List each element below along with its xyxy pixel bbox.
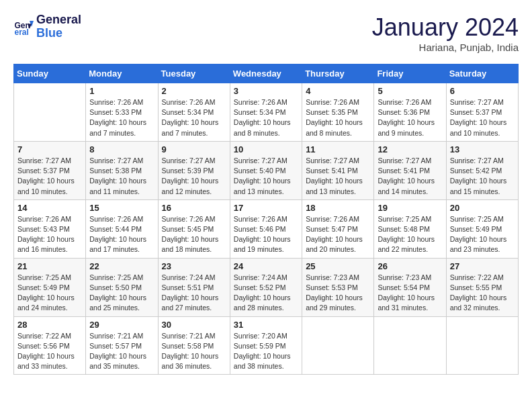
day-info: Sunrise: 7:26 AM Sunset: 5:34 PM Dayligh… — [162, 97, 226, 138]
day-number: 23 — [162, 261, 226, 271]
weekday-header-tuesday: Tuesday — [158, 64, 230, 83]
weekday-header-row: SundayMondayTuesdayWednesdayThursdayFrid… — [14, 64, 519, 83]
day-info: Sunrise: 7:27 AM Sunset: 5:41 PM Dayligh… — [378, 156, 442, 197]
day-number: 11 — [306, 144, 370, 154]
calendar-day-13: 13Sunrise: 7:27 AM Sunset: 5:42 PM Dayli… — [446, 141, 518, 199]
day-info: Sunrise: 7:21 AM Sunset: 5:58 PM Dayligh… — [162, 331, 226, 372]
calendar-empty-cell — [374, 316, 446, 375]
weekday-header-thursday: Thursday — [302, 64, 374, 83]
calendar-day-5: 5Sunrise: 7:26 AM Sunset: 5:36 PM Daylig… — [374, 83, 446, 142]
day-number: 10 — [234, 144, 298, 154]
calendar-day-30: 30Sunrise: 7:21 AM Sunset: 5:58 PM Dayli… — [158, 316, 230, 375]
day-number: 24 — [234, 261, 298, 271]
day-number: 8 — [89, 144, 154, 154]
day-number: 2 — [162, 86, 226, 96]
calendar-day-8: 8Sunrise: 7:27 AM Sunset: 5:38 PM Daylig… — [86, 141, 158, 199]
logo-text: General Blue — [36, 13, 81, 40]
day-number: 22 — [89, 261, 154, 271]
calendar-day-14: 14Sunrise: 7:26 AM Sunset: 5:43 PM Dayli… — [14, 199, 86, 258]
calendar-day-25: 25Sunrise: 7:23 AM Sunset: 5:53 PM Dayli… — [302, 258, 374, 316]
day-info: Sunrise: 7:27 AM Sunset: 5:37 PM Dayligh… — [450, 97, 515, 138]
calendar-day-9: 9Sunrise: 7:27 AM Sunset: 5:39 PM Daylig… — [158, 141, 230, 199]
day-number: 31 — [234, 320, 298, 330]
location: Hariana, Punjab, India — [372, 42, 519, 53]
day-info: Sunrise: 7:27 AM Sunset: 5:39 PM Dayligh… — [162, 156, 226, 197]
day-info: Sunrise: 7:27 AM Sunset: 5:40 PM Dayligh… — [234, 156, 298, 197]
day-info: Sunrise: 7:20 AM Sunset: 5:59 PM Dayligh… — [234, 331, 298, 372]
calendar-empty-cell — [446, 316, 518, 375]
weekday-header-wednesday: Wednesday — [230, 64, 302, 83]
calendar-day-29: 29Sunrise: 7:21 AM Sunset: 5:57 PM Dayli… — [86, 316, 158, 375]
svg-text:eral: eral — [15, 28, 29, 37]
day-number: 12 — [378, 144, 442, 154]
day-number: 28 — [17, 320, 82, 330]
calendar-day-21: 21Sunrise: 7:25 AM Sunset: 5:49 PM Dayli… — [14, 258, 86, 316]
day-info: Sunrise: 7:26 AM Sunset: 5:43 PM Dayligh… — [17, 214, 82, 255]
calendar-day-16: 16Sunrise: 7:26 AM Sunset: 5:45 PM Dayli… — [158, 199, 230, 258]
day-number: 21 — [17, 261, 82, 271]
calendar-day-27: 27Sunrise: 7:22 AM Sunset: 5:55 PM Dayli… — [446, 258, 518, 316]
day-number: 14 — [17, 203, 82, 213]
day-number: 19 — [378, 203, 442, 213]
day-number: 20 — [450, 203, 515, 213]
day-info: Sunrise: 7:27 AM Sunset: 5:38 PM Dayligh… — [89, 156, 154, 197]
day-number: 17 — [234, 203, 298, 213]
day-info: Sunrise: 7:25 AM Sunset: 5:48 PM Dayligh… — [378, 214, 442, 255]
calendar-empty-cell — [302, 316, 374, 375]
calendar-week-row: 7Sunrise: 7:27 AM Sunset: 5:37 PM Daylig… — [14, 141, 519, 199]
day-number: 30 — [162, 320, 226, 330]
calendar-week-row: 28Sunrise: 7:22 AM Sunset: 5:56 PM Dayli… — [14, 316, 519, 375]
day-info: Sunrise: 7:25 AM Sunset: 5:49 PM Dayligh… — [17, 273, 82, 314]
day-number: 27 — [450, 261, 515, 271]
calendar-day-11: 11Sunrise: 7:27 AM Sunset: 5:41 PM Dayli… — [302, 141, 374, 199]
calendar-day-12: 12Sunrise: 7:27 AM Sunset: 5:41 PM Dayli… — [374, 141, 446, 199]
calendar-table: SundayMondayTuesdayWednesdayThursdayFrid… — [13, 64, 519, 375]
calendar-day-7: 7Sunrise: 7:27 AM Sunset: 5:37 PM Daylig… — [14, 141, 86, 199]
day-number: 15 — [89, 203, 154, 213]
calendar-empty-cell — [14, 83, 86, 142]
day-number: 9 — [162, 144, 226, 154]
calendar-day-18: 18Sunrise: 7:26 AM Sunset: 5:47 PM Dayli… — [302, 199, 374, 258]
day-info: Sunrise: 7:26 AM Sunset: 5:34 PM Dayligh… — [234, 97, 298, 138]
day-info: Sunrise: 7:25 AM Sunset: 5:49 PM Dayligh… — [450, 214, 515, 255]
day-info: Sunrise: 7:22 AM Sunset: 5:55 PM Dayligh… — [450, 273, 515, 314]
day-number: 7 — [17, 144, 82, 154]
day-info: Sunrise: 7:26 AM Sunset: 5:44 PM Dayligh… — [89, 214, 154, 255]
calendar-header: SundayMondayTuesdayWednesdayThursdayFrid… — [14, 64, 519, 83]
day-number: 25 — [306, 261, 370, 271]
day-info: Sunrise: 7:26 AM Sunset: 5:36 PM Dayligh… — [378, 97, 442, 138]
day-info: Sunrise: 7:24 AM Sunset: 5:51 PM Dayligh… — [162, 273, 226, 314]
day-info: Sunrise: 7:27 AM Sunset: 5:41 PM Dayligh… — [306, 156, 370, 197]
calendar-day-1: 1Sunrise: 7:26 AM Sunset: 5:33 PM Daylig… — [86, 83, 158, 142]
calendar-day-4: 4Sunrise: 7:26 AM Sunset: 5:35 PM Daylig… — [302, 83, 374, 142]
weekday-header-sunday: Sunday — [14, 64, 86, 83]
day-number: 26 — [378, 261, 442, 271]
logo-icon: Gen eral — [13, 17, 34, 37]
day-info: Sunrise: 7:27 AM Sunset: 5:42 PM Dayligh… — [450, 156, 515, 197]
logo: Gen eral General Blue — [13, 13, 81, 40]
day-info: Sunrise: 7:24 AM Sunset: 5:52 PM Dayligh… — [234, 273, 298, 314]
day-info: Sunrise: 7:23 AM Sunset: 5:53 PM Dayligh… — [306, 273, 370, 314]
calendar-day-3: 3Sunrise: 7:26 AM Sunset: 5:34 PM Daylig… — [230, 83, 302, 142]
day-info: Sunrise: 7:26 AM Sunset: 5:47 PM Dayligh… — [306, 214, 370, 255]
calendar-body: 1Sunrise: 7:26 AM Sunset: 5:33 PM Daylig… — [14, 83, 519, 375]
calendar-day-28: 28Sunrise: 7:22 AM Sunset: 5:56 PM Dayli… — [14, 316, 86, 375]
day-info: Sunrise: 7:27 AM Sunset: 5:37 PM Dayligh… — [17, 156, 82, 197]
calendar-day-31: 31Sunrise: 7:20 AM Sunset: 5:59 PM Dayli… — [230, 316, 302, 375]
weekday-header-friday: Friday — [374, 64, 446, 83]
calendar-day-20: 20Sunrise: 7:25 AM Sunset: 5:49 PM Dayli… — [446, 199, 518, 258]
calendar-day-19: 19Sunrise: 7:25 AM Sunset: 5:48 PM Dayli… — [374, 199, 446, 258]
page-header: Gen eral General Blue January 2024 Haria… — [13, 13, 519, 53]
month-title: January 2024 — [372, 13, 519, 42]
weekday-header-saturday: Saturday — [446, 64, 518, 83]
day-number: 6 — [450, 86, 515, 96]
day-number: 16 — [162, 203, 226, 213]
day-number: 4 — [306, 86, 370, 96]
day-info: Sunrise: 7:25 AM Sunset: 5:50 PM Dayligh… — [89, 273, 154, 314]
day-info: Sunrise: 7:23 AM Sunset: 5:54 PM Dayligh… — [378, 273, 442, 314]
day-number: 18 — [306, 203, 370, 213]
calendar-day-22: 22Sunrise: 7:25 AM Sunset: 5:50 PM Dayli… — [86, 258, 158, 316]
day-info: Sunrise: 7:26 AM Sunset: 5:45 PM Dayligh… — [162, 214, 226, 255]
calendar-day-24: 24Sunrise: 7:24 AM Sunset: 5:52 PM Dayli… — [230, 258, 302, 316]
day-number: 1 — [89, 86, 154, 96]
